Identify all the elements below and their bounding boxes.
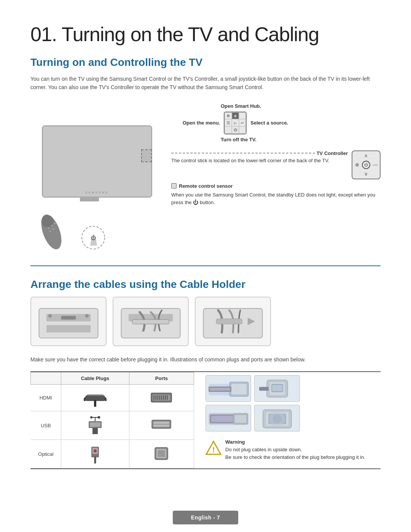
below-cable-text: Make sure you have the correct cable bef… [30, 355, 381, 364]
row-label-usb: USB [31, 411, 61, 440]
svg-rect-27 [155, 395, 156, 400]
open-menu-label: Open the menu. [183, 120, 220, 126]
cable-image-3 [195, 297, 271, 346]
svg-rect-11 [46, 325, 91, 332]
connector-photo-4 [254, 405, 300, 431]
svg-rect-30 [161, 395, 162, 400]
svg-rect-61 [211, 416, 233, 422]
tv-illustration-col: SAMSUNG [30, 102, 171, 256]
svg-rect-31 [163, 395, 164, 400]
tv-frame: SAMSUNG [42, 125, 152, 198]
svg-rect-22 [87, 395, 103, 396]
row-label-optical: Optical [31, 440, 61, 468]
warning-label: Warning [225, 439, 365, 445]
smart-control-widget: ⊞ ⊕ ☰ ▷ ↩ ⏻ [224, 112, 247, 134]
svg-text:⏻: ⏻ [91, 235, 96, 241]
remote-sensor-label: Remote control sensor [179, 183, 233, 189]
connector-right-panel: ! Warning Do not plug cables in upside d… [202, 372, 381, 468]
svg-rect-9 [39, 308, 98, 338]
turn-off-callout: Turn off the TV. [221, 136, 381, 143]
section2-title: Arrange the cables using the Cable Holde… [30, 278, 381, 291]
col-cable-plugs: Cable Plugs [61, 372, 129, 385]
remote-sensor-desc: When you use the Samsung Smart Control, … [171, 191, 381, 207]
svg-text:!: ! [212, 446, 215, 454]
svg-point-14 [86, 314, 89, 317]
svg-rect-63 [235, 415, 246, 423]
menu-source-row: Open the menu. ⊞ ⊕ ☰ ▷ ↩ ⏻ Select a sour… [183, 112, 381, 134]
svg-rect-48 [158, 450, 165, 457]
svg-rect-26 [153, 395, 155, 400]
svg-rect-12 [61, 316, 76, 320]
hdmi-port-cell [129, 385, 194, 411]
warning-section: ! Warning Do not plug cables in upside d… [206, 438, 381, 461]
svg-rect-41 [153, 424, 169, 425]
tv-diagram: SAMSUNG [30, 102, 381, 256]
row-label-hdmi: HDMI [31, 385, 61, 411]
connector-table: Cable Plugs Ports HDMI [30, 372, 194, 468]
cable-image-2 [113, 297, 189, 346]
svg-rect-38 [98, 416, 100, 419]
warning-desc: Do not plug cables in upside down.Be sur… [225, 446, 365, 461]
tv-controller-widget: ∧ ⊕ ⏻ — ∨ [352, 150, 381, 179]
turn-off-label: Turn off the TV. [221, 137, 256, 142]
diagram-callouts: Open Smart Hub. Open the menu. ⊞ ⊕ ☰ ▷ ↩… [171, 102, 381, 256]
warning-text: Warning Do not plug cables in upside dow… [225, 439, 365, 461]
connector-photos-top [206, 375, 381, 402]
main-title: 01. Turning on the TV and Cabling [30, 23, 381, 46]
power-press-circle: ⏻ [80, 224, 107, 252]
usb-port-cell [129, 411, 194, 440]
svg-point-2 [48, 227, 49, 229]
col-ports: Ports [129, 372, 194, 385]
select-source-label: Select a source. [250, 120, 288, 126]
tv-controller-text: TV Controller The control stick is locat… [171, 150, 348, 163]
tv-brand: SAMSUNG [85, 191, 108, 194]
svg-rect-33 [167, 395, 168, 400]
svg-point-3 [51, 225, 53, 227]
connector-section: Cable Plugs Ports HDMI [30, 371, 381, 469]
usb-plug-cell [61, 411, 129, 440]
tv-controller-desc: The control stick is located on the lowe… [171, 158, 348, 163]
tv-controller-label: TV Controller [317, 150, 348, 156]
open-smart-hub-label: Open Smart Hub. [221, 103, 261, 109]
intro-text: You can turn on the TV using the Samsung… [30, 75, 373, 92]
table-row: Optical [31, 440, 194, 468]
svg-point-6 [53, 228, 54, 230]
remote-illustration [38, 209, 68, 256]
svg-rect-51 [231, 384, 247, 395]
tv-controller-callout: TV Controller The control stick is locat… [171, 150, 381, 179]
optical-port-cell [129, 440, 194, 468]
table-row: HDMI [31, 385, 194, 411]
svg-rect-17 [132, 320, 169, 324]
cable-holder-images [30, 297, 381, 346]
connector-photo-2 [254, 375, 300, 402]
svg-point-37 [90, 416, 92, 419]
connector-photo-3 [206, 405, 251, 431]
svg-rect-29 [159, 395, 160, 400]
section1-title: Turning on and Controlling the TV [30, 56, 381, 69]
connector-photo-1 [206, 375, 251, 402]
svg-rect-53 [210, 388, 230, 391]
svg-rect-57 [272, 385, 282, 391]
footer-badge: English - 7 [173, 511, 238, 524]
remote-sensor-callout: Remote control sensor When you use the S… [171, 183, 381, 207]
tv-controller-placeholder [141, 149, 152, 162]
svg-rect-36 [92, 428, 98, 434]
svg-point-4 [54, 223, 56, 224]
svg-rect-19 [216, 319, 242, 324]
svg-rect-32 [165, 395, 166, 400]
svg-point-44 [94, 449, 97, 452]
connector-photos-bottom [206, 405, 381, 431]
page-content: 01. Turning on the TV and Cabling Turnin… [0, 0, 411, 500]
section-divider [30, 265, 381, 266]
hdmi-plug-cell [61, 385, 129, 411]
svg-point-13 [49, 314, 52, 317]
svg-rect-58 [259, 387, 269, 391]
page-footer: English - 7 [0, 506, 411, 532]
tv-stand [80, 198, 99, 201]
svg-point-5 [49, 230, 51, 232]
svg-rect-28 [157, 395, 158, 400]
cable-image-1 [30, 297, 107, 346]
warning-icon: ! [206, 440, 221, 456]
svg-rect-35 [90, 422, 100, 427]
open-smart-hub-callout: Open Smart Hub. [221, 102, 381, 109]
